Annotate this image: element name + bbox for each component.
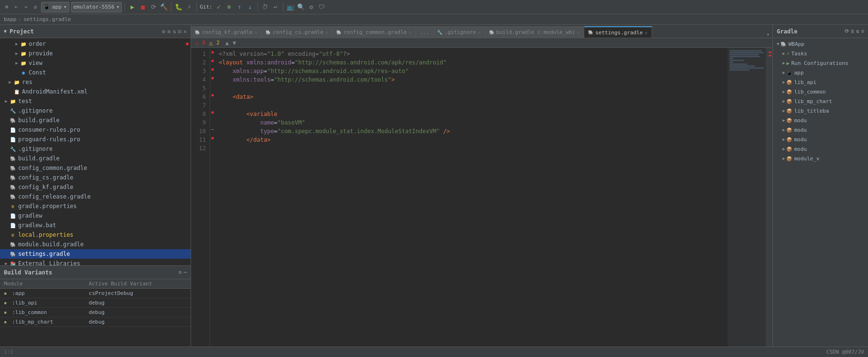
tab-close-icon[interactable]: ✕ (408, 30, 411, 35)
tab-config-kf[interactable]: 🐘 config_kf.gradle ✕ (191, 26, 262, 38)
collapse-icon[interactable]: ⊟ (178, 28, 182, 35)
menu-icon[interactable]: ≡ (3, 3, 11, 11)
list-item[interactable]: ▶ 📄 proguard-rules.pro (0, 135, 191, 144)
gradle-item-modu1[interactable]: ▶ 📦 modu (773, 116, 868, 125)
gradle-item-modu2[interactable]: ▶ 📦 modu (773, 125, 868, 135)
list-item[interactable]: ▶ 📋 AndroidManifest.xml (0, 87, 191, 96)
list-icon[interactable]: ≡ (167, 28, 171, 35)
shield-icon[interactable]: 🛡 (318, 3, 326, 11)
gradle-item-wbapp[interactable]: ▼ 🐘 WBApp (773, 39, 868, 49)
list-item[interactable]: ▶ 📁 res (0, 77, 191, 87)
sync-button[interactable]: ⟳ (149, 3, 158, 11)
tab-config-common[interactable]: 🐘 config_common.gradle ✕ (332, 26, 416, 38)
list-item[interactable]: ▶ 📁 view (0, 58, 191, 68)
tab-close-icon[interactable]: ✕ (325, 30, 328, 35)
gradle-item-module-v[interactable]: ▶ 📦 module_v (773, 154, 868, 163)
list-item[interactable]: ▶ 🐘 build.gradle (0, 154, 191, 163)
editor-content: 1 2 3 4 5 6 7 8 9 10 11 12 ● ● ● ● ● (191, 48, 772, 346)
table-row[interactable]: ▪ :lib_mp_chart debug (0, 317, 191, 327)
list-item[interactable]: ▶ 📄 gradlew (0, 211, 191, 220)
list-item[interactable]: ▶ 📄 consumer-rules.pro (0, 125, 191, 135)
code-editor[interactable]: <?xml version="1.0" encoding="utf-8"?> <… (215, 48, 728, 346)
list-item[interactable]: ▶ 📁 provide (0, 49, 191, 58)
run-button[interactable]: ▶ (128, 3, 137, 11)
git-push-icon[interactable]: ↑ (236, 3, 244, 11)
stop-button[interactable]: ■ (139, 3, 147, 11)
list-item[interactable]: ▶ 🐘 build.gradle (0, 116, 191, 125)
build-button[interactable]: 🔨 (160, 3, 168, 11)
list-item[interactable]: ▶ 🔧 .gitignore (0, 144, 191, 154)
gradle-item-lib-api[interactable]: ▶ 📦 lib_api (773, 77, 868, 87)
chevron-down-icon[interactable]: ▾ (766, 32, 770, 38)
nav-up-icon[interactable]: ▲ (225, 40, 229, 46)
variant-cell[interactable]: debug (85, 317, 191, 327)
gradle-item-app[interactable]: ▶ 📱 app (773, 68, 868, 77)
device-icon[interactable]: 📺 (286, 3, 295, 11)
list-item[interactable]: ▶ 🐘 module.build.gradle (0, 240, 191, 249)
back-icon[interactable]: ← (12, 3, 20, 11)
list-item[interactable]: ▶ 📄 gradlew.bat (0, 220, 191, 230)
variant-cell[interactable]: csProjectDebug (85, 289, 191, 298)
vertical-scrollbar[interactable] (766, 48, 772, 346)
close-icon[interactable]: ✕ (183, 28, 187, 35)
list-icon[interactable]: ≡ (851, 28, 854, 34)
gradle-item-run-configs[interactable]: ▶ ▶ Run Configurations (773, 58, 868, 68)
tab-gitignore[interactable]: 🔧 .gitignore ✕ (433, 26, 485, 38)
gradle-item-lib-mp-chart[interactable]: ▶ 📦 lib_mp_chart (773, 96, 868, 106)
clock-icon[interactable]: ⏱ (261, 3, 269, 11)
list-item[interactable]: ▶ 📁 test (0, 96, 191, 106)
list-item[interactable]: ▶ ⚙ gradle.properties (0, 201, 191, 211)
gradle-item-modu4[interactable]: ▶ 📦 modu (773, 144, 868, 154)
refresh-icon[interactable]: ⟳ (845, 28, 849, 34)
expand-icon[interactable]: ⇅ (856, 28, 859, 34)
gradle-item-modu3[interactable]: ▶ 📦 modu (773, 135, 868, 144)
profile-button[interactable]: ⚡ (185, 3, 193, 11)
sort-icon[interactable]: ⇅ (172, 28, 176, 35)
tab-close-icon[interactable]: ✕ (577, 30, 580, 35)
list-item[interactable]: ▶ ● Const (0, 68, 191, 77)
separator5 (283, 2, 283, 12)
gradle-panel-icons: ⟳ ≡ ⇅ ⚙ (845, 28, 864, 34)
emulator-dropdown[interactable]: emulator-5556 ▾ (71, 2, 122, 12)
app-dropdown[interactable]: 📱 app ▾ (41, 2, 69, 12)
tab-close-icon[interactable]: ✕ (645, 30, 648, 35)
git-check-icon[interactable]: ✓ (214, 3, 223, 11)
list-item[interactable]: ▶ 📁 order (0, 39, 191, 49)
nav-down-icon[interactable]: ▼ (233, 40, 236, 46)
git-merge-icon[interactable]: ⊕ (225, 3, 234, 11)
list-item[interactable]: ▶ 📚 External Libraries (0, 259, 191, 265)
variant-cell[interactable]: debug (85, 308, 191, 317)
variant-cell[interactable]: debug (85, 298, 191, 308)
git-pull-icon[interactable]: ↓ (246, 3, 255, 11)
gradle-item-lib-common[interactable]: ▶ 📦 lib_common (773, 87, 868, 96)
undo-icon[interactable]: ↩ (271, 3, 280, 11)
settings-icon[interactable]: ⚙ (307, 3, 316, 11)
debug-button[interactable]: 🐛 (174, 3, 183, 11)
table-row[interactable]: ▪ :lib_api debug (0, 298, 191, 308)
tab-config-cs[interactable]: 🐘 config_cs.gradle ✕ (262, 26, 332, 38)
table-row[interactable]: ▪ :lib_common debug (0, 308, 191, 317)
refresh-icon[interactable]: ↺ (32, 3, 39, 11)
list-item[interactable]: ▶ 🐘 config_release.gradle (0, 192, 191, 201)
list-item[interactable]: ▶ 🐘 config_cs.gradle (0, 173, 191, 182)
settings-icon[interactable]: ⚙ (861, 28, 864, 34)
gradle-item-lib-titleba[interactable]: ▶ 📦 lib_titleba (773, 106, 868, 116)
list-item-selected[interactable]: ▶ 🐘 settings.gradle (0, 249, 191, 259)
list-item[interactable]: ▶ ⚙ local.properties (0, 230, 191, 240)
gradle-item-tasks[interactable]: ▶ ⚡ Tasks (773, 49, 868, 58)
list-item[interactable]: ▶ 🔧 .gitignore (0, 106, 191, 116)
minimize-icon[interactable]: — (183, 269, 187, 275)
list-item[interactable]: ▶ 🐘 config_kf.gradle (0, 182, 191, 192)
forward-icon[interactable]: → (22, 3, 30, 11)
list-item[interactable]: ▶ 🐘 config_common.gradle (0, 163, 191, 173)
table-row[interactable]: ▪ :app csProjectDebug (0, 289, 191, 298)
tab-ellipsis[interactable]: ... (416, 26, 433, 38)
arrow-icon: ▶ (782, 118, 785, 123)
tab-close-icon[interactable]: ✕ (478, 30, 481, 35)
search-toolbar-icon[interactable]: 🔍 (297, 3, 305, 11)
tab-build-gradle[interactable]: 🐘 build.gradle (:module_wb) ✕ (485, 26, 585, 38)
gear-icon[interactable]: ⚙ (179, 269, 182, 275)
tab-settings-gradle[interactable]: 🐘 settings.gradle ✕ (584, 26, 652, 38)
tab-close-icon[interactable]: ✕ (255, 30, 257, 35)
gear-icon[interactable]: ⚙ (162, 28, 165, 35)
